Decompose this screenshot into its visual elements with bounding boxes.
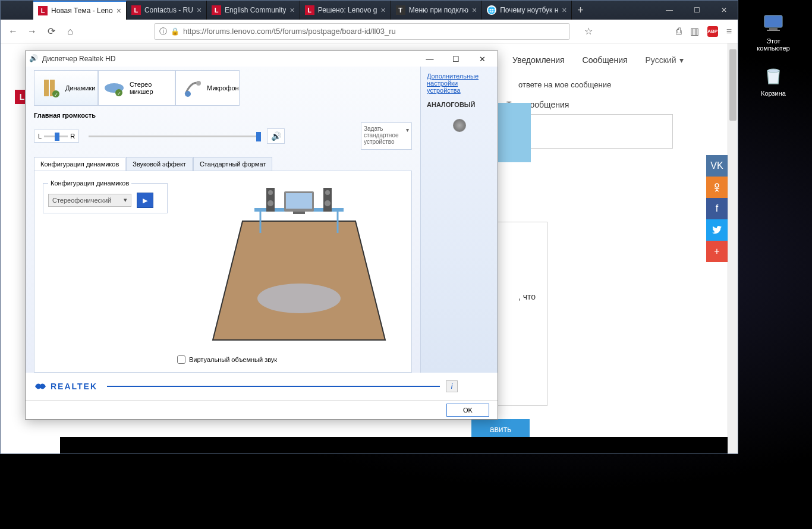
balance-thumb[interactable] xyxy=(55,133,59,141)
speaker-config-select[interactable]: Стереофонический▾ xyxy=(48,194,131,207)
close-icon[interactable]: × xyxy=(562,5,566,15)
window-controls: — ☐ ✕ xyxy=(656,1,738,20)
checkbox[interactable] xyxy=(177,355,185,364)
desktop-icon-computer[interactable]: Этот компьютер xyxy=(751,11,795,52)
tags-input[interactable] xyxy=(506,114,673,149)
tab-2[interactable]: LEnglish Community× xyxy=(207,1,300,20)
virtual-surround-checkbox[interactable]: Виртуальный объемный звук xyxy=(177,355,277,364)
svg-point-3 xyxy=(767,69,779,73)
close-icon[interactable]: × xyxy=(197,5,202,15)
desktop-icon-trash[interactable]: Корзина xyxy=(751,63,795,97)
trash-label: Корзина xyxy=(751,90,795,97)
svg-point-20 xyxy=(268,190,273,195)
play-button[interactable]: ▶ xyxy=(137,193,153,208)
tab-3[interactable]: LРешено: Lenovo g× xyxy=(300,1,391,20)
star-icon[interactable]: ☆ xyxy=(582,25,595,38)
favicon-v-icon: 🌐 xyxy=(487,5,496,15)
facebook-button[interactable]: f xyxy=(706,198,728,219)
tab-label: Почему ноутбук н xyxy=(500,6,558,14)
messages-link[interactable]: Сообщения xyxy=(583,55,628,65)
tab-0[interactable]: LНовая Тема - Leno× xyxy=(33,1,127,20)
url-input[interactable]: ⓘ 🔒 https://forums.lenovo.com/t5/forums/… xyxy=(154,23,570,40)
svg-rect-26 xyxy=(286,193,312,209)
language-select[interactable]: Русский▾ xyxy=(646,55,684,65)
svg-rect-5 xyxy=(44,80,49,96)
device-tab-mixer[interactable]: ✓Стерео микшер xyxy=(98,70,175,106)
textarea-visible-text: , что xyxy=(518,292,536,301)
svg-point-15 xyxy=(257,284,341,313)
home-button[interactable]: ⌂ xyxy=(64,25,77,38)
tab-5[interactable]: 🌐Почему ноутбук н× xyxy=(482,1,572,20)
config-tab-speakers[interactable]: Конфигурация динамиков xyxy=(34,157,125,171)
dialog-minimize-button[interactable]: — xyxy=(417,51,443,67)
address-bar: ← → ⟳ ⌂ ⓘ 🔒 https://forums.lenovo.com/t5… xyxy=(1,20,738,43)
favicon-lenovo-icon: L xyxy=(38,6,48,15)
speaker-config-fieldset: Конфигурация динамиков Стереофонический▾… xyxy=(43,180,168,213)
side-panel: Дополнительные настройки устройства АНАЛ… xyxy=(420,67,498,373)
reload-button[interactable]: ⟳ xyxy=(45,25,58,38)
room-visualization xyxy=(177,180,421,358)
submit-button[interactable]: авить xyxy=(471,419,530,439)
extra-settings-link[interactable]: Дополнительные настройки устройства xyxy=(427,73,492,94)
svg-rect-2 xyxy=(767,30,780,31)
tab-1[interactable]: LContactus - RU× xyxy=(127,1,207,20)
vk-button[interactable]: VK xyxy=(706,155,728,177)
tab-4[interactable]: TМеню при подклю× xyxy=(391,1,482,20)
set-default-button[interactable]: Задать стандартное устройство xyxy=(361,122,412,150)
info-button[interactable]: i xyxy=(446,380,458,392)
menu-icon[interactable]: ≡ xyxy=(726,26,732,37)
computer-label: Этот компьютер xyxy=(751,37,795,52)
close-icon[interactable]: × xyxy=(289,5,294,15)
info-icon: ⓘ xyxy=(159,26,167,37)
notifications-link[interactable]: Уведомления xyxy=(512,55,565,65)
library-icon[interactable]: ⎙ xyxy=(676,26,682,37)
config-tab-format[interactable]: Стандартный формат xyxy=(193,157,272,171)
config-panel: Конфигурация динамиков Стереофонический▾… xyxy=(34,171,412,373)
device-tab-label: Стерео микшер xyxy=(130,81,171,95)
dialog-maximize-button[interactable]: ☐ xyxy=(443,51,469,67)
more-button[interactable]: + xyxy=(706,241,728,262)
volume-thumb[interactable] xyxy=(256,132,261,141)
config-tabs: Конфигурация динамиков Звуковой эффект С… xyxy=(34,157,412,171)
abp-icon[interactable]: ABP xyxy=(707,26,718,37)
balance-control[interactable]: L R xyxy=(34,130,79,143)
svg-point-13 xyxy=(185,91,191,97)
device-tabs: ✓Динамики ✓Стерео микшер Микрофон xyxy=(34,70,412,106)
maximize-button[interactable]: ☐ xyxy=(683,1,710,20)
back-button[interactable]: ← xyxy=(7,25,20,38)
close-icon[interactable]: × xyxy=(472,5,477,15)
device-tab-label: Динамики xyxy=(65,84,95,92)
tab-strip: LНовая Тема - Leno× LContactus - RU× LEn… xyxy=(1,1,656,20)
scrollbar[interactable] xyxy=(728,43,738,454)
chevron-down-icon: ▾ xyxy=(679,55,684,65)
tab-label: Новая Тема - Leno xyxy=(51,7,113,15)
favicon-lenovo-icon: L xyxy=(212,5,221,15)
minimize-button[interactable]: — xyxy=(656,1,683,20)
forward-button[interactable]: → xyxy=(26,25,39,38)
tags-label: Теги сообщения xyxy=(506,100,728,109)
mute-button[interactable]: 🔊 xyxy=(267,128,285,144)
balance-track xyxy=(44,136,68,137)
new-tab-button[interactable]: + xyxy=(572,1,588,20)
trash-icon xyxy=(761,63,786,88)
volume-slider[interactable] xyxy=(89,136,261,137)
close-icon[interactable]: × xyxy=(380,5,385,15)
ok-button[interactable] xyxy=(706,177,728,198)
dialog-close-button[interactable]: ✕ xyxy=(469,51,495,67)
device-tab-speakers[interactable]: ✓Динамики xyxy=(34,70,98,106)
device-tab-mic[interactable]: Микрофон xyxy=(175,70,240,106)
speaker-icon: 🔊 xyxy=(29,54,39,64)
fieldset-legend: Конфигурация динамиков xyxy=(48,180,131,187)
close-button[interactable]: ✕ xyxy=(710,1,738,20)
analog-port-icon[interactable] xyxy=(453,119,466,132)
close-icon[interactable]: × xyxy=(117,6,121,15)
balance-r: R xyxy=(70,133,75,140)
favicon-lenovo-icon: L xyxy=(305,5,314,15)
twitter-button[interactable] xyxy=(706,219,728,241)
ok-button[interactable]: OK xyxy=(446,404,489,417)
sidebar-icon[interactable]: ▥ xyxy=(690,26,699,37)
scroll-thumb[interactable] xyxy=(729,49,737,121)
device-tab-label: Микрофон xyxy=(207,84,239,92)
lock-icon: 🔒 xyxy=(171,27,180,36)
config-tab-effects[interactable]: Звуковой эффект xyxy=(126,157,193,171)
